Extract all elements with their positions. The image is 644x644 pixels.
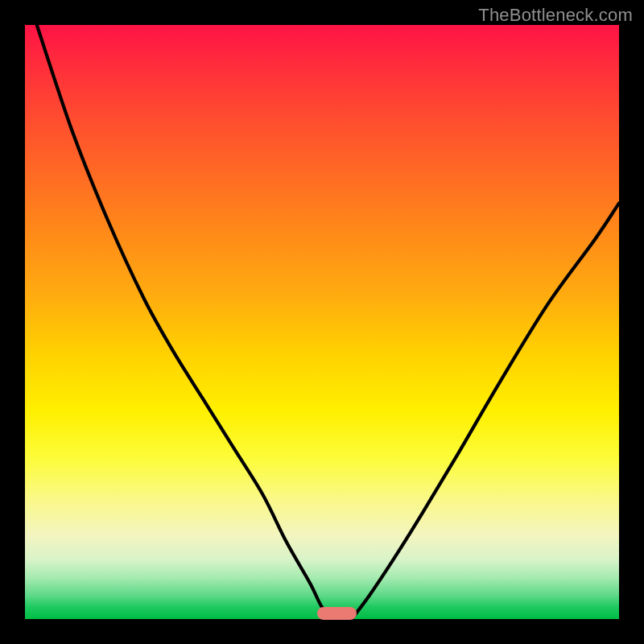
plot-area (25, 25, 619, 619)
left-curve (37, 25, 334, 619)
curves-svg (25, 25, 619, 619)
watermark-text: TheBottleneck.com (478, 5, 633, 26)
right-curve (352, 203, 619, 619)
chart-frame: TheBottleneck.com (0, 0, 644, 644)
optimal-marker (317, 607, 357, 620)
